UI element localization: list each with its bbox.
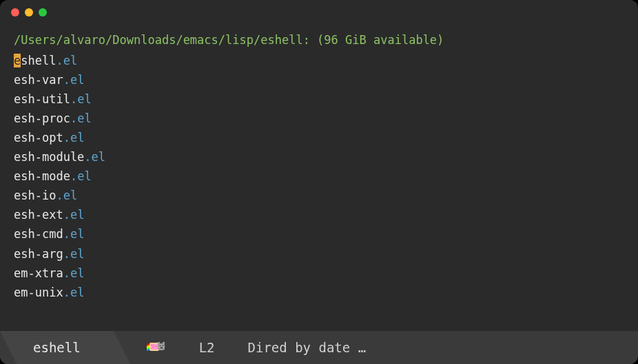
buffer-name: eshell — [33, 340, 81, 355]
file-dot: . — [63, 266, 70, 280]
dired-available: (96 GiB available) — [310, 33, 444, 47]
file-basename: esh-ext — [14, 208, 63, 222]
file-extension: el — [70, 286, 84, 299]
svg-rect-13 — [154, 345, 154, 346]
close-icon[interactable] — [11, 8, 19, 17]
dired-header: /Users/alvaro/Downloads/emacs/lisp/eshel… — [14, 30, 624, 50]
svg-rect-0 — [147, 344, 148, 345]
file-extension: el — [63, 54, 77, 67]
svg-rect-4 — [147, 350, 148, 351]
svg-rect-18 — [163, 342, 165, 344]
svg-rect-9 — [148, 349, 150, 350]
file-dot: . — [70, 92, 77, 106]
file-dot: . — [63, 227, 70, 241]
file-basename: esh-proc — [14, 111, 70, 125]
file-dot: . — [84, 150, 91, 164]
file-extension: el — [77, 169, 91, 183]
file-entry[interactable]: em-xtra.el — [14, 264, 624, 283]
svg-rect-14 — [152, 347, 153, 347]
file-extension: el — [70, 227, 84, 241]
file-dot: . — [63, 131, 70, 144]
file-entry[interactable]: esh-cmd.el — [14, 224, 624, 244]
file-basename: shell — [21, 54, 56, 67]
file-basename: esh-util — [14, 92, 70, 106]
file-entry[interactable]: esh-util.el — [14, 89, 624, 109]
nyan-cat-icon — [147, 341, 166, 354]
svg-rect-8 — [148, 347, 150, 349]
file-entry[interactable]: esh-opt.el — [14, 128, 624, 147]
file-basename: esh-io — [14, 189, 56, 202]
file-extension: el — [70, 73, 84, 87]
svg-rect-12 — [152, 345, 152, 345]
file-extension: el — [77, 92, 91, 106]
file-extension: el — [70, 266, 84, 280]
file-extension: el — [70, 131, 84, 144]
file-entry[interactable]: esh-ext.el — [14, 205, 624, 224]
file-dot: . — [56, 189, 63, 202]
file-extension: el — [70, 208, 84, 222]
svg-rect-22 — [158, 347, 160, 347]
file-extension: el — [63, 189, 77, 202]
file-basename: esh-arg — [14, 247, 63, 261]
modeline-info: L2 Dired by date … — [114, 340, 638, 355]
file-basename: em-xtra — [14, 266, 63, 280]
file-entry[interactable]: eshell.el — [14, 51, 624, 70]
file-extension: el — [77, 111, 91, 125]
file-basename: esh-var — [14, 73, 63, 87]
cursor: e — [14, 54, 21, 67]
file-extension: el — [70, 247, 84, 261]
file-basename: esh-mode — [14, 169, 70, 183]
modeline: eshell — [0, 331, 638, 364]
line-indicator: L2 — [199, 340, 215, 355]
modeline-tab[interactable]: eshell — [0, 331, 114, 364]
file-list: eshell.elesh-var.elesh-util.elesh-proc.e… — [14, 51, 624, 302]
titlebar — [0, 0, 638, 25]
major-mode: Dired by date … — [248, 340, 380, 355]
svg-rect-19 — [160, 345, 161, 346]
svg-rect-7 — [148, 346, 150, 347]
file-entry[interactable]: esh-proc.el — [14, 109, 624, 128]
file-dot: . — [63, 247, 70, 261]
svg-rect-3 — [147, 348, 148, 350]
svg-rect-17 — [158, 342, 160, 344]
svg-rect-5 — [148, 343, 150, 345]
file-entry[interactable]: esh-var.el — [14, 70, 624, 89]
minimize-icon[interactable] — [25, 8, 33, 17]
file-dot: . — [63, 286, 70, 299]
svg-rect-20 — [163, 345, 163, 346]
svg-rect-1 — [147, 345, 148, 347]
file-basename: esh-module — [14, 150, 84, 164]
file-entry[interactable]: esh-arg.el — [14, 244, 624, 264]
file-dot: . — [70, 169, 77, 183]
file-dot: . — [70, 111, 77, 125]
editor-window: /Users/alvaro/Downloads/emacs/lisp/eshel… — [0, 0, 638, 364]
file-dot: . — [56, 54, 63, 67]
dired-path: /Users/alvaro/Downloads/emacs/lisp/eshel… — [14, 33, 310, 47]
svg-rect-6 — [148, 345, 150, 346]
file-basename: esh-opt — [14, 131, 63, 144]
svg-rect-21 — [161, 347, 163, 348]
file-dot: . — [63, 208, 70, 222]
file-entry[interactable]: em-unix.el — [14, 283, 624, 302]
svg-rect-23 — [163, 347, 165, 347]
file-entry[interactable]: esh-mode.el — [14, 167, 624, 186]
file-entry[interactable]: esh-io.el — [14, 186, 624, 205]
buffer-content[interactable]: /Users/alvaro/Downloads/emacs/lisp/eshel… — [0, 25, 638, 331]
file-dot: . — [63, 73, 70, 87]
file-basename: esh-cmd — [14, 227, 63, 241]
svg-rect-2 — [147, 347, 148, 348]
file-extension: el — [92, 150, 105, 164]
svg-rect-15 — [156, 346, 156, 347]
file-entry[interactable]: esh-module.el — [14, 147, 624, 167]
maximize-icon[interactable] — [39, 8, 47, 17]
file-basename: em-unix — [14, 286, 63, 299]
